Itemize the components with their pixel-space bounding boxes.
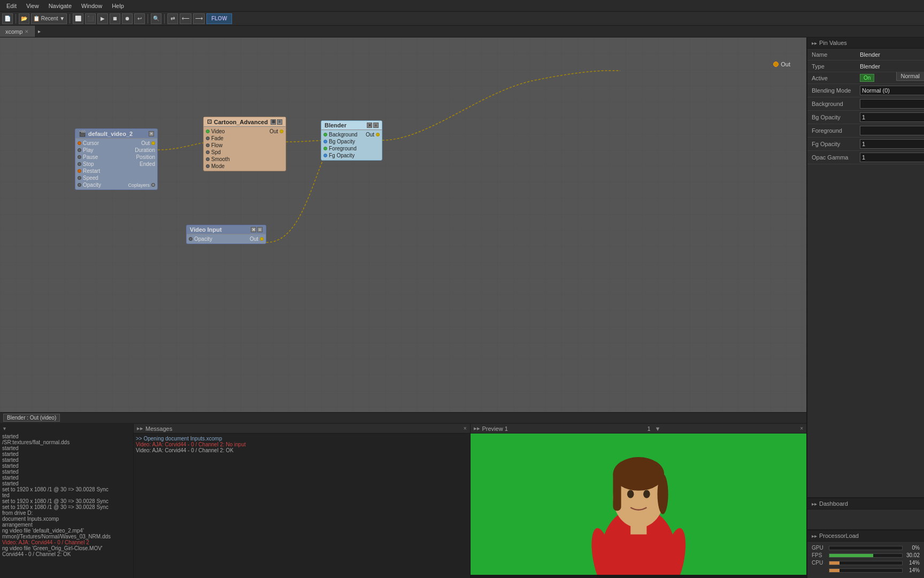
menu-navigate[interactable]: Navigate: [44, 2, 76, 10]
tb9[interactable]: ⟵: [180, 13, 191, 24]
menu-view[interactable]: View: [22, 2, 43, 10]
vi-op-dot: [189, 237, 192, 241]
tb7[interactable]: 🔍: [151, 13, 161, 24]
pin-pause: Pause Position: [75, 154, 157, 161]
messages-content: >> Opening document Inputs.xcomp Video: …: [134, 434, 470, 455]
messages-close[interactable]: ×: [464, 425, 467, 431]
node-video[interactable]: 🎬 default_video_2 × Cursor Out Play Dura…: [75, 128, 158, 190]
pin-opacity-dot: [78, 183, 81, 187]
new-button[interactable]: 📄: [2, 13, 13, 24]
prop-blending-input[interactable]: [860, 86, 924, 95]
proc-fps-bar: [829, 553, 903, 558]
svg-point-7: [627, 490, 634, 498]
out-label: Out: [781, 61, 790, 67]
log-line-1: started: [2, 434, 131, 439]
blender-pin-fg: Foreground: [321, 145, 382, 152]
log-line-12: set to 1920 x 1080 /1 @ 30 => 30.0028 Sy…: [2, 498, 131, 504]
tb1[interactable]: ⬜: [73, 13, 83, 24]
tab-close[interactable]: ✕: [25, 29, 29, 34]
dashboard-panel: ▸▸ Dashboard: [807, 497, 924, 529]
blender-btn2[interactable]: ≡: [373, 123, 379, 128]
preview-page: 1: [647, 425, 650, 432]
sep3: [148, 14, 148, 24]
node-video-close[interactable]: ×: [149, 131, 154, 136]
msg-line-1: >> Opening document Inputs.xcomp: [136, 436, 468, 442]
messages-panel[interactable]: ▸▸ Messages × >> Opening document Inputs…: [134, 424, 471, 578]
tab-xcomp[interactable]: xcomp ✕: [0, 26, 35, 37]
preview-video-area: [471, 434, 807, 575]
preview-panel: ▸▸ Preview 1 1 ▼ ×: [471, 424, 807, 578]
node-blender-title: Blender: [325, 122, 346, 128]
prop-fgop-input[interactable]: [860, 139, 924, 149]
recent-button[interactable]: 📋 Recent ▼: [31, 13, 67, 24]
prop-bg-input[interactable]: [860, 99, 924, 109]
node-videoinput-header: Video Input ✕ ≡: [187, 225, 266, 234]
node-canvas[interactable]: Out 🎬 default_video_2 × Cursor Out: [0, 37, 806, 423]
proc-gpu: GPU 0%: [812, 545, 920, 551]
proc-gpu-val: 0%: [905, 545, 920, 551]
preview-close[interactable]: ×: [800, 425, 803, 431]
bp-fgop-dot: [324, 154, 327, 157]
vi-btn1[interactable]: ✕: [251, 227, 256, 232]
node-video-header: 🎬 default_video_2 ×: [75, 129, 157, 139]
cartoon-pin-spd: Spd: [204, 149, 286, 156]
blender-pin-fgop: Fg Opacity: [321, 152, 382, 159]
prop-og-input[interactable]: [860, 153, 924, 162]
vi-btn2[interactable]: ≡: [257, 227, 263, 232]
prop-bgopacity: Bg Opacity: [807, 111, 924, 124]
status-badge: Blender : Out (video): [3, 414, 60, 422]
log-panel[interactable]: ▼ started /SR:textures/flat_normal.dds s…: [0, 424, 134, 578]
node-blender[interactable]: Blender ✕ ≡ Background Out B: [321, 120, 382, 161]
log-line-9: started: [2, 481, 131, 486]
node-cartoon[interactable]: ⊡ Cartoon_Advanced ⊞ ≡ Video Out: [203, 117, 286, 171]
bp-bgop-dot: [324, 140, 327, 143]
tb2[interactable]: ⬛: [85, 13, 96, 24]
node-videoinput[interactable]: Video Input ✕ ≡ Opacity Out: [186, 225, 266, 244]
cp-fade-dot: [206, 136, 210, 140]
log-title: ▼: [2, 426, 131, 431]
proc-fps-val: 30.02: [905, 552, 920, 558]
proc-gpu-bar: [829, 546, 903, 550]
log-line-19: Video: AJA: Corvid44 - 0 / Channel 2: [2, 539, 131, 545]
messages-arrows: ▸▸: [137, 425, 143, 432]
prop-fg-input[interactable]: [860, 126, 924, 135]
cartoon-btn2[interactable]: ≡: [277, 119, 282, 125]
tb3[interactable]: ▶: [97, 13, 108, 24]
pin-speed-dot: [78, 176, 81, 180]
tb5[interactable]: ⏺: [122, 13, 133, 24]
cartoon-pin-fade: Fade: [204, 135, 286, 142]
proc-cpu-fill: [829, 561, 840, 565]
cp-flow-dot: [206, 143, 210, 147]
blender-pin-bgop: Bg Opacity: [321, 138, 382, 145]
proc-title: ProcessorLoad: [819, 533, 859, 539]
prop-fgopacity: Fg Opacity: [807, 138, 924, 151]
proc-fps: FPS 30.02: [812, 552, 920, 558]
prop-foreground: Foreground: [807, 124, 924, 138]
proc-mem-val: 14%: [905, 567, 920, 573]
prop-active-badge[interactable]: On: [860, 74, 874, 82]
menu-window[interactable]: Window: [77, 2, 106, 10]
prop-type: Type Blender: [807, 60, 924, 72]
menu-edit[interactable]: Edit: [2, 2, 21, 10]
pin-stop-dot: [78, 162, 81, 166]
tb6[interactable]: ↩: [134, 13, 145, 24]
pin-restart: Restart: [75, 168, 157, 174]
preview-title: Preview 1: [482, 425, 508, 432]
pin-play: Play Duration: [75, 147, 157, 154]
cartoon-btn1[interactable]: ⊞: [271, 119, 276, 125]
prop-fgop-label: Fg Opacity: [812, 141, 860, 147]
tb4[interactable]: ⏹: [110, 13, 120, 24]
flow-button[interactable]: FLOW: [206, 13, 232, 24]
pin-opacity: Opacity Coplayers: [75, 181, 157, 188]
prop-name-value: Blender: [860, 51, 920, 58]
tb8[interactable]: ⇄: [167, 13, 178, 24]
preview-down-icon[interactable]: ▼: [655, 425, 661, 432]
prop-bgop-input[interactable]: [860, 112, 924, 122]
open-button[interactable]: 📂: [19, 13, 29, 24]
log-line-17: ng video file 'default_video_2.mp4': [2, 528, 131, 534]
node-cartoon-header: ⊡ Cartoon_Advanced ⊞ ≡: [204, 117, 286, 127]
menu-help[interactable]: Help: [107, 2, 128, 10]
log-line-16: arrangement: [2, 522, 131, 528]
tb10[interactable]: ⟶: [193, 13, 205, 24]
blender-btn1[interactable]: ✕: [367, 123, 372, 128]
